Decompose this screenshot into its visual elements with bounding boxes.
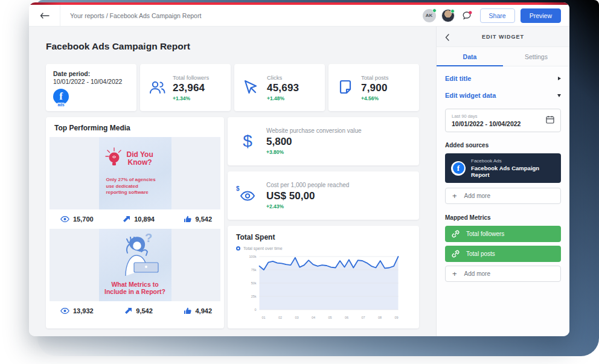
conversion-value-widget[interactable]: $ Website purchase conversion value 5,80… xyxy=(228,117,419,165)
online-status-dot xyxy=(450,9,455,13)
date-range-picker[interactable]: Last 90 days 10/01/2022 - 10/04/2022 xyxy=(445,109,561,132)
added-sources-label: Added sources xyxy=(445,142,561,148)
media-image-what-metrics[interactable]: ? xyxy=(99,229,171,301)
thumbs-up-icon xyxy=(184,216,191,223)
cursor-click-icon xyxy=(242,80,261,95)
views-stat: 15,700 xyxy=(60,216,94,223)
back-arrow-icon xyxy=(40,10,50,21)
add-source-button[interactable]: + Add more xyxy=(445,188,561,204)
kpi-delta: +4.56% xyxy=(361,95,388,101)
sidebar-tabs: Data Settings xyxy=(437,47,569,66)
tab-settings[interactable]: Settings xyxy=(503,47,569,66)
collapse-sidebar-button[interactable] xyxy=(445,33,449,43)
tab-data[interactable]: Data xyxy=(437,47,503,66)
source-network: Facebook Ads xyxy=(471,158,555,164)
date-period-widget[interactable]: Date period: 10/01/2022 - 10/04/2022 f a… xyxy=(46,64,136,111)
metric-value: US$ 50,00 xyxy=(266,190,349,202)
svg-text:25k: 25k xyxy=(251,295,257,298)
thumbs-up-icon xyxy=(184,307,191,315)
likes-stat: 9,542 xyxy=(184,216,212,223)
svg-text:01: 01 xyxy=(261,316,265,319)
shares-stat: 9,542 xyxy=(124,307,153,315)
share-arrow-icon xyxy=(124,307,132,315)
dollar-glyph: $ xyxy=(236,185,240,192)
mapped-metric-total-posts[interactable]: Total posts xyxy=(445,246,561,262)
cost-eye-icon: $ xyxy=(237,191,258,201)
kpi-total-posts[interactable]: Total posts 7,900 +4.56% xyxy=(328,64,419,111)
eye-icon xyxy=(60,308,69,314)
cost-per-reach-widget[interactable]: $ Cost per 1,000 people reached US$ 50,0… xyxy=(228,171,419,220)
kpi-delta: +1.34% xyxy=(173,95,209,101)
likes-value: 9,542 xyxy=(195,216,212,223)
kpi-total-followers[interactable]: Total followers 23,964 +1.34% xyxy=(140,64,231,111)
facebook-f-glyph: f xyxy=(457,164,460,173)
media-caption-line: What Metrics to xyxy=(99,281,171,288)
widget-columns: Top Performing Media Did You xyxy=(46,117,419,328)
svg-text:50k: 50k xyxy=(251,281,257,285)
kpi-clicks[interactable]: Clicks 45,693 +1.48% xyxy=(234,64,325,111)
svg-text:07: 07 xyxy=(361,316,365,319)
likes-stat: 4,942 xyxy=(184,307,212,315)
edit-title-link[interactable]: Edit title xyxy=(445,75,471,82)
total-spent-chart: 025k50k75k100k010203040506070809 xyxy=(236,252,411,323)
lightbulb-icon xyxy=(104,147,124,171)
svg-text:09: 09 xyxy=(394,316,398,319)
svg-text:100k: 100k xyxy=(249,255,257,258)
avatar-initials[interactable]: AK xyxy=(423,9,436,22)
svg-text:03: 03 xyxy=(295,316,298,319)
calendar-icon xyxy=(546,115,554,126)
chevron-down-icon xyxy=(557,94,561,97)
media-frame: ? xyxy=(50,229,220,301)
dollar-glyph: $ xyxy=(243,132,252,151)
legend-label: Total spent over time xyxy=(243,246,283,251)
total-spent-widget[interactable]: Total Spent Total spent over time 025k50… xyxy=(228,226,419,328)
likes-value: 4,942 xyxy=(195,307,212,315)
svg-text:0: 0 xyxy=(254,308,256,311)
chevron-right-icon xyxy=(558,77,561,80)
svg-text:04: 04 xyxy=(312,316,315,319)
edit-widget-data-row[interactable]: Edit widget data xyxy=(445,92,561,99)
avatar-photo[interactable] xyxy=(441,9,455,22)
share-arrow-icon xyxy=(123,216,130,223)
kpi-label: Clicks xyxy=(267,74,299,81)
views-value: 15,700 xyxy=(73,216,94,223)
facebook-ads-badge: ads xyxy=(57,103,65,107)
top-performing-media-widget[interactable]: Top Performing Media Did You xyxy=(46,117,224,328)
kpi-value: 7,900 xyxy=(361,82,388,94)
mapped-metric-label: Total followers xyxy=(466,231,504,237)
svg-text:08: 08 xyxy=(378,316,382,319)
media-body-line: Only 27% of agencies xyxy=(106,177,167,184)
add-metric-button[interactable]: + Add more xyxy=(445,266,561,282)
preview-button[interactable]: Preview xyxy=(521,8,561,23)
metrics-column: $ Website purchase conversion value 5,80… xyxy=(228,117,419,328)
media-image-did-you-know[interactable]: Did You Know? Only 27% of agencies use d… xyxy=(99,137,171,209)
chat-button[interactable] xyxy=(460,8,475,23)
sidebar-content: Edit title Edit widget data Last 90 days… xyxy=(437,66,569,336)
page-title: Facebook Ads Campaign Report xyxy=(46,41,419,52)
link-icon xyxy=(452,250,460,258)
svg-text:75k: 75k xyxy=(251,268,257,272)
shares-value: 10,894 xyxy=(134,216,155,223)
report-canvas: Facebook Ads Campaign Report Date period… xyxy=(29,27,436,336)
plus-icon: + xyxy=(452,270,457,278)
media-body-line: reporting software xyxy=(106,190,167,196)
media-column: Top Performing Media Did You xyxy=(46,117,224,328)
mapped-metric-total-followers[interactable]: Total followers xyxy=(445,226,561,242)
post-icon xyxy=(336,80,355,95)
chart-legend: Total spent over time xyxy=(236,246,411,251)
svg-text:06: 06 xyxy=(345,316,348,319)
sidebar-title: EDIT WIDGET xyxy=(482,34,524,40)
back-button[interactable] xyxy=(29,5,60,26)
add-more-label: Add more xyxy=(464,193,490,199)
edit-title-row[interactable]: Edit title xyxy=(445,75,561,82)
share-button[interactable]: Share xyxy=(480,8,515,23)
media-caption-line: Include in a Report? xyxy=(99,288,171,295)
edit-widget-data-link[interactable]: Edit widget data xyxy=(445,92,496,99)
source-facebook-ads[interactable]: f Facebook Ads Facebook Ads Campaign Rep… xyxy=(445,153,561,183)
breadcrumb[interactable]: Your reports / Facebook Ads Campaign Rep… xyxy=(70,12,201,19)
date-period-label: Date period: xyxy=(53,70,129,77)
views-value: 13,932 xyxy=(73,307,94,315)
chat-bubble-icon xyxy=(462,11,472,21)
dollar-icon: $ xyxy=(237,132,258,151)
person-illustration: ? xyxy=(99,229,171,276)
